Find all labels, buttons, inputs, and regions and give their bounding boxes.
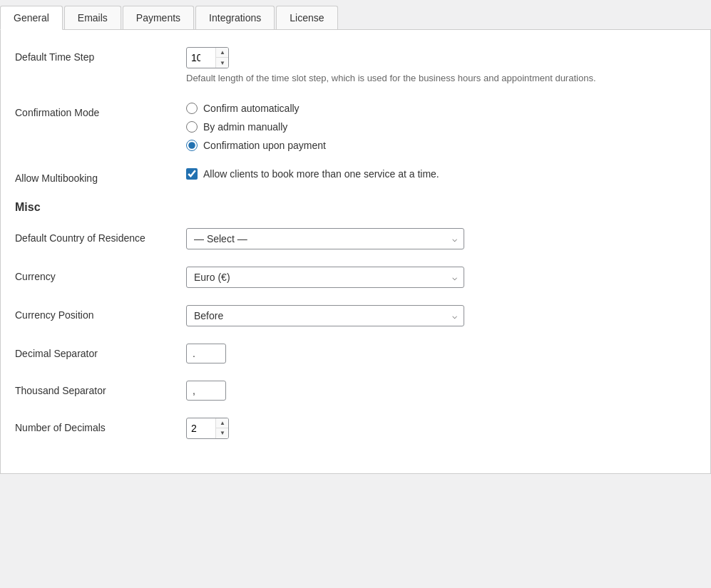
content-area: Default Time Step ▲ ▼ Default length of … bbox=[0, 30, 711, 474]
decimal-separator-input[interactable] bbox=[186, 344, 226, 363]
tabs-bar: General Emails Payments Integrations Lic… bbox=[0, 0, 711, 30]
currency-label: Currency bbox=[15, 267, 186, 282]
radio-confirm-manual-label: By admin manually bbox=[203, 121, 287, 133]
confirmation-mode-label: Confirmation Mode bbox=[15, 103, 186, 118]
decimal-separator-control bbox=[186, 344, 696, 363]
currency-position-label: Currency Position bbox=[15, 305, 186, 321]
currency-control: Euro (€) US Dollar ($) British Pound (£)… bbox=[186, 267, 696, 288]
decimals-spinner-arrows: ▲ ▼ bbox=[215, 418, 229, 438]
thousand-separator-row: Thousand Separator bbox=[15, 381, 696, 401]
default-country-select-wrap: — Select — ⌵ bbox=[186, 228, 464, 249]
number-of-decimals-label: Number of Decimals bbox=[15, 418, 186, 433]
tab-integrations[interactable]: Integrations bbox=[195, 6, 275, 29]
confirmation-mode-radio-group: Confirm automatically By admin manually … bbox=[186, 103, 696, 151]
currency-position-row: Currency Position Before After ⌵ bbox=[15, 305, 696, 326]
default-country-label: Default Country of Residence bbox=[15, 228, 186, 244]
spinner-down-button[interactable]: ▼ bbox=[216, 58, 229, 68]
misc-heading: Misc bbox=[15, 201, 696, 214]
decimals-spinner[interactable]: ▲ ▼ bbox=[186, 418, 229, 439]
allow-multibooking-row: Allow Multibooking Allow clients to book… bbox=[15, 168, 696, 184]
default-time-step-control: ▲ ▼ Default length of the time slot step… bbox=[186, 47, 696, 86]
currency-row: Currency Euro (€) US Dollar ($) British … bbox=[15, 267, 696, 288]
decimals-spinner-up-button[interactable]: ▲ bbox=[216, 418, 229, 428]
time-step-spinner[interactable]: ▲ ▼ bbox=[186, 47, 229, 68]
thousand-separator-control bbox=[186, 381, 696, 401]
allow-multibooking-label: Allow Multibooking bbox=[15, 168, 186, 184]
number-of-decimals-row: Number of Decimals ▲ ▼ bbox=[15, 418, 696, 439]
allow-multibooking-control: Allow clients to book more than one serv… bbox=[186, 168, 696, 180]
multibooking-checkbox[interactable] bbox=[186, 168, 198, 180]
currency-position-control: Before After ⌵ bbox=[186, 305, 696, 326]
default-country-select[interactable]: — Select — bbox=[186, 228, 464, 249]
decimals-spinner-down-button[interactable]: ▼ bbox=[216, 428, 229, 438]
confirmation-mode-row: Confirmation Mode Confirm automatically … bbox=[15, 103, 696, 151]
thousand-separator-label: Thousand Separator bbox=[15, 381, 186, 396]
spinner-arrows: ▲ ▼ bbox=[215, 48, 229, 68]
tab-payments[interactable]: Payments bbox=[123, 6, 194, 29]
confirmation-mode-control: Confirm automatically By admin manually … bbox=[186, 103, 696, 151]
radio-confirm-auto-label: Confirm automatically bbox=[203, 103, 300, 114]
misc-section: Misc Default Country of Residence — Sele… bbox=[15, 201, 696, 439]
thousand-separator-input[interactable] bbox=[186, 381, 226, 401]
page-wrapper: General Emails Payments Integrations Lic… bbox=[0, 0, 711, 588]
time-step-input[interactable] bbox=[187, 49, 215, 66]
radio-confirm-manual-input[interactable] bbox=[186, 121, 198, 133]
radio-confirm-auto-input[interactable] bbox=[186, 103, 198, 114]
default-time-step-row: Default Time Step ▲ ▼ Default length of … bbox=[15, 47, 696, 86]
decimal-separator-label: Decimal Separator bbox=[15, 344, 186, 359]
multibooking-checkbox-label: Allow clients to book more than one serv… bbox=[203, 168, 439, 180]
decimal-separator-row: Decimal Separator bbox=[15, 344, 696, 363]
tab-license[interactable]: License bbox=[276, 6, 337, 29]
default-time-step-label: Default Time Step bbox=[15, 47, 186, 63]
default-country-control: — Select — ⌵ bbox=[186, 228, 696, 249]
default-country-row: Default Country of Residence — Select — … bbox=[15, 228, 696, 249]
radio-confirm-payment-input[interactable] bbox=[186, 140, 198, 151]
radio-confirm-payment[interactable]: Confirmation upon payment bbox=[186, 140, 696, 151]
tab-general[interactable]: General bbox=[0, 6, 63, 30]
currency-position-select-wrap: Before After ⌵ bbox=[186, 305, 464, 326]
number-of-decimals-control: ▲ ▼ bbox=[186, 418, 696, 439]
currency-select[interactable]: Euro (€) US Dollar ($) British Pound (£) bbox=[186, 267, 464, 288]
spinner-up-button[interactable]: ▲ bbox=[216, 48, 229, 58]
currency-select-wrap: Euro (€) US Dollar ($) British Pound (£)… bbox=[186, 267, 464, 288]
multibooking-checkbox-item[interactable]: Allow clients to book more than one serv… bbox=[186, 168, 696, 180]
radio-confirm-auto[interactable]: Confirm automatically bbox=[186, 103, 696, 114]
decimals-input[interactable] bbox=[187, 420, 215, 437]
tab-emails[interactable]: Emails bbox=[64, 6, 121, 29]
time-step-helper: Default length of the time slot step, wh… bbox=[186, 71, 685, 86]
currency-position-select[interactable]: Before After bbox=[186, 305, 464, 326]
radio-confirm-payment-label: Confirmation upon payment bbox=[203, 140, 326, 151]
radio-confirm-manual[interactable]: By admin manually bbox=[186, 121, 696, 133]
